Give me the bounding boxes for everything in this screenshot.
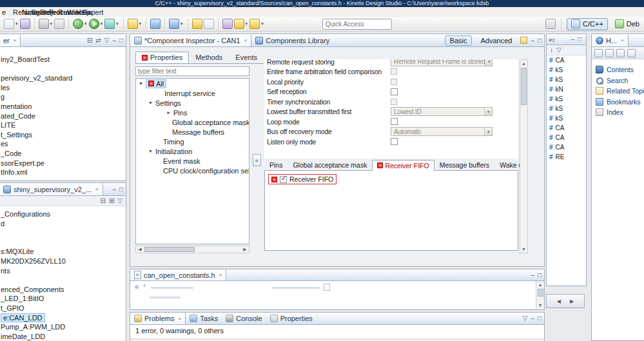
- self-reception-checkbox[interactable]: [391, 88, 398, 95]
- forward-dropdown-icon[interactable]: ▾: [261, 21, 264, 26]
- maximize-icon[interactable]: □: [538, 37, 542, 44]
- maximize-icon[interactable]: □: [538, 272, 542, 278]
- help-link-index[interactable]: Index: [596, 107, 644, 118]
- tab-components[interactable]: shiny_supervisory_v2_... ×: [0, 183, 103, 195]
- tree-item[interactable]: _Configurations: [0, 209, 126, 219]
- minimize-icon[interactable]: –: [531, 37, 534, 44]
- save-icon[interactable]: [20, 19, 30, 29]
- back-icon[interactable]: [234, 19, 244, 29]
- tree-item[interactable]: imeDate_LDD: [0, 332, 126, 340]
- tree-item[interactable]: s:MQXLite: [0, 247, 126, 257]
- close-icon[interactable]: ×: [219, 272, 222, 278]
- tree-item-timing[interactable]: Timing: [136, 137, 249, 146]
- mark-occurrences-icon[interactable]: [192, 19, 202, 29]
- tree-item-event-mask[interactable]: Event mask: [136, 156, 249, 166]
- scrollbar-thumb[interactable]: [521, 68, 527, 105]
- menu-item-truncated[interactable]: e: [0, 8, 8, 16]
- menu-item-run[interactable]: Run: [54, 8, 63, 16]
- basic-button[interactable]: Basic: [445, 35, 473, 46]
- tree-item[interactable]: MK20DX256ZVLL10: [0, 257, 126, 266]
- menu-item-window[interactable]: Window: [63, 8, 72, 16]
- tree-item[interactable]: les: [0, 83, 126, 93]
- profile-dropdown-icon[interactable]: ▾: [116, 21, 119, 26]
- outline-item[interactable]: #kN: [547, 84, 586, 94]
- outline-item[interactable]: #kS: [547, 113, 586, 123]
- tree-item[interactable]: nts: [0, 266, 126, 276]
- tab-components-library[interactable]: Components Library: [251, 34, 333, 46]
- tree-horizontal-scrollbar[interactable]: ◀ ▶: [135, 246, 249, 253]
- flash-programmer-icon[interactable]: [128, 19, 138, 29]
- tab-project-explorer[interactable]: er ×: [0, 34, 21, 46]
- sort-icon[interactable]: ↕: [550, 47, 553, 54]
- run-dropdown-icon[interactable]: ▾: [101, 21, 103, 26]
- scroll-left-icon[interactable]: ◀: [136, 247, 144, 252]
- clean-icon[interactable]: [54, 19, 64, 29]
- tab-console[interactable]: Console: [222, 313, 266, 324]
- close-icon[interactable]: ×: [621, 37, 624, 43]
- close-icon[interactable]: ×: [178, 316, 181, 322]
- minimize-icon[interactable]: –: [112, 37, 116, 44]
- forward-icon[interactable]: [249, 19, 260, 29]
- view-menu-icon[interactable]: ▽: [104, 37, 110, 44]
- link-with-editor-icon[interactable]: ⇄: [95, 37, 101, 44]
- cpp-perspective-button[interactable]: C/C++: [567, 18, 608, 30]
- tree-item-selected[interactable]: e:CAN_LDD: [0, 313, 126, 323]
- tree-item-cpu-clock[interactable]: CPU clock/configuration selec: [136, 166, 249, 175]
- scroll-up-icon[interactable]: ▲: [522, 60, 526, 67]
- home-icon[interactable]: [616, 49, 625, 57]
- close-icon[interactable]: ×: [14, 37, 17, 43]
- view-menu-icon[interactable]: ▽: [523, 315, 528, 322]
- back-icon[interactable]: [594, 49, 603, 57]
- scroll-down-icon[interactable]: ▼: [522, 246, 526, 253]
- tree-item[interactable]: LITE: [0, 121, 126, 130]
- build-dropdown-icon[interactable]: ▾: [50, 21, 53, 26]
- scrollbar-thumb[interactable]: [144, 247, 195, 252]
- expander-icon[interactable]: ▾: [148, 100, 153, 106]
- inspector-vertical-scrollbar[interactable]: ▲ ▼: [520, 59, 528, 253]
- maximize-icon[interactable]: □: [538, 315, 542, 322]
- scrollbar-thumb[interactable]: [538, 289, 543, 297]
- tree-item-settings[interactable]: ▾Settings: [136, 98, 249, 108]
- debug-dropdown-icon[interactable]: ▾: [84, 21, 87, 26]
- menu-item-processor-expert[interactable]: Processor Expert: [44, 8, 54, 16]
- forward-icon[interactable]: [605, 49, 614, 57]
- tree-item[interactable]: Pump_A:PWM_LDD: [0, 322, 126, 332]
- outline-item[interactable]: #CA: [547, 142, 586, 152]
- last-edit-location-icon[interactable]: [222, 19, 233, 29]
- skip-breakpoints-icon[interactable]: [150, 19, 161, 29]
- editor-text-area[interactable]: ⊕ * ▲ ▼: [130, 281, 544, 309]
- subtab-global-acceptance-mask[interactable]: Global acceptance mask: [288, 159, 372, 170]
- subtab-pins[interactable]: Pins: [264, 159, 288, 170]
- tree-item[interactable]: es: [0, 139, 126, 149]
- outline-item[interactable]: #CA: [547, 123, 586, 133]
- print-icon[interactable]: [627, 49, 636, 57]
- profile-icon[interactable]: [104, 19, 115, 29]
- open-perspective-icon[interactable]: [545, 19, 556, 29]
- scroll-up-icon[interactable]: ▲: [538, 281, 543, 288]
- tree-item[interactable]: t_GPIO: [0, 304, 126, 313]
- loop-mode-checkbox[interactable]: [391, 118, 398, 125]
- tree-item[interactable]: mentation: [0, 102, 126, 112]
- new-dropdown-icon[interactable]: ▾: [15, 21, 18, 26]
- view-menu-icon[interactable]: ▽: [556, 47, 561, 54]
- subtab-message-buffers[interactable]: Message buffers: [434, 159, 494, 170]
- tree-item-interrupt-service[interactable]: Interrupt service: [136, 88, 249, 98]
- tree-item[interactable]: d: [0, 219, 126, 229]
- scroll-left-icon[interactable]: ◀: [557, 298, 561, 304]
- search-icon[interactable]: [169, 19, 179, 29]
- collapse-all-icon[interactable]: ⊟: [87, 37, 92, 44]
- quick-access-input[interactable]: [322, 19, 392, 30]
- listen-only-mode-checkbox[interactable]: [391, 138, 398, 145]
- pin-editor-icon[interactable]: [520, 37, 527, 44]
- open-element-icon[interactable]: [204, 19, 214, 29]
- menu-item-help[interactable]: Help: [72, 8, 81, 16]
- build-icon[interactable]: [39, 19, 49, 29]
- tab-editor-can-open-constants[interactable]: h can_open_constants.h ×: [130, 269, 226, 280]
- help-link-search[interactable]: Search: [596, 75, 644, 86]
- fold-icon[interactable]: ⊕: [134, 284, 139, 290]
- outline-item[interactable]: #RE: [547, 152, 586, 162]
- scroll-right-icon[interactable]: ▶: [241, 247, 249, 252]
- maximize-icon[interactable]: □: [578, 36, 581, 43]
- tree-item-message-buffers[interactable]: Message buffers: [136, 127, 249, 137]
- expand-all-icon[interactable]: ⊞: [109, 198, 114, 204]
